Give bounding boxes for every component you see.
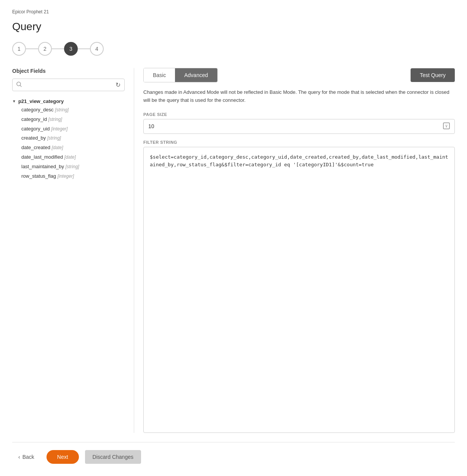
filter-string-area[interactable]: $select=category_id,category_desc,catego… [143,147,455,433]
tabs-group: Basic Advanced [143,68,218,82]
list-item: category_id [string] [21,115,125,124]
list-item: category_uid [integer] [21,124,125,134]
step-2: 2 [38,42,52,56]
right-panel: Basic Advanced Test Query Changes made i… [134,68,455,433]
back-label: Back [22,454,34,460]
list-item: row_status_flag [integer] [21,172,125,181]
footer: ‹ Back Next Discard Changes [12,442,455,467]
field-name: category_desc [21,107,55,113]
list-item: category_desc [string] [21,105,125,115]
tabs-row: Basic Advanced Test Query [143,68,455,82]
field-name: created_by [21,135,47,141]
field-type: [string] [47,135,61,141]
discard-button[interactable]: Discard Changes [85,450,141,464]
search-icon [16,82,22,88]
list-item: last_maintained_by [string] [21,162,125,172]
chevron-down-icon: ▼ [12,99,16,103]
field-name: category_uid [21,126,51,132]
field-type: [date] [52,145,63,150]
field-name: date_created [21,145,52,150]
field-type: [string] [48,117,62,122]
field-type: [date] [64,154,76,160]
page-title: Query [12,21,455,33]
field-type: [integer] [51,126,67,132]
tree-parent-item: ▼ p21_view_category category_desc [strin… [12,97,125,181]
tab-advanced[interactable]: Advanced [175,68,217,82]
back-button[interactable]: ‹ Back [12,450,40,464]
step-connector-1 [26,48,38,49]
step-4: 4 [90,42,104,56]
search-input[interactable] [25,82,112,88]
tree-children: category_desc [string] category_id [stri… [12,105,125,181]
list-item: created_by [string] [21,133,125,143]
info-message: Changes made in Advanced Mode will not b… [143,88,455,105]
page-size-input-wrap: V [143,119,455,134]
field-name: date_last_modified [21,154,64,160]
left-panel: Object Fields ↻ ▼ p21_view_category [12,68,134,433]
page-size-input[interactable] [148,123,443,129]
field-name: row_status_flag [21,173,58,179]
page-wrapper: Epicor Prophet 21 Query 1 2 3 4 Object F… [0,0,467,476]
filter-string-label: FILTER STRING [143,140,455,145]
test-query-button[interactable]: Test Query [411,68,455,82]
step-connector-3 [78,48,90,49]
refresh-icon[interactable]: ↻ [116,81,120,88]
breadcrumb-link[interactable]: Epicor Prophet 21 [12,9,49,14]
field-name: last_maintained_by [21,164,66,169]
list-item: date_created [date] [21,143,125,153]
field-type: [string] [55,107,69,113]
next-button[interactable]: Next [47,450,79,464]
object-fields-title: Object Fields [12,68,125,74]
search-wrapper: ↻ [12,79,125,91]
field-name: category_id [21,116,48,122]
field-type: [integer] [58,174,74,179]
svg-text:V: V [445,124,448,128]
step-3: 3 [64,42,78,56]
tree-parent-label[interactable]: ▼ p21_view_category [12,97,125,105]
breadcrumb: Epicor Prophet 21 [12,9,455,14]
tab-basic[interactable]: Basic [144,68,175,82]
stepper: 1 2 3 4 [12,42,455,56]
chevron-left-icon: ‹ [18,454,20,460]
page-size-label: PAGE SIZE [143,112,455,117]
step-connector-2 [52,48,64,49]
list-item: date_last_modified [date] [21,153,125,162]
field-type: [string] [66,164,79,169]
main-content: Object Fields ↻ ▼ p21_view_category [12,68,455,433]
variable-icon: V [443,122,450,130]
step-1: 1 [12,42,26,56]
tree-parent-name: p21_view_category [18,98,64,104]
svg-line-1 [20,85,21,87]
